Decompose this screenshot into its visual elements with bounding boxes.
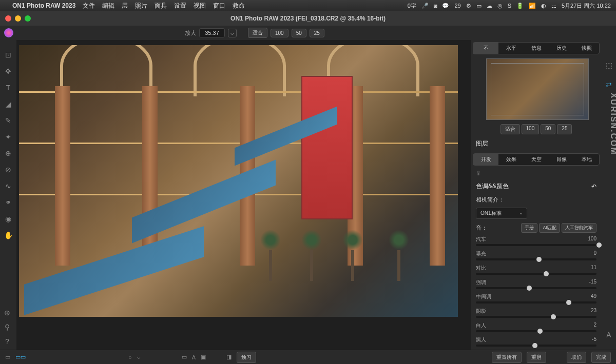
tab-effects[interactable]: 效果 xyxy=(498,154,524,165)
slider-thumb[interactable] xyxy=(536,257,542,262)
text-tool-icon[interactable]: T xyxy=(4,83,13,92)
date-time[interactable]: 5月27日 周六 10:22 xyxy=(562,2,611,10)
slider-thumb[interactable] xyxy=(532,343,537,348)
reset-all-button[interactable]: 重置所有 xyxy=(492,352,522,363)
share-icon[interactable]: ⚙ xyxy=(466,3,471,9)
menu-edit[interactable]: 编辑 xyxy=(102,2,114,10)
nav-100-button[interactable]: 100 xyxy=(522,124,540,134)
zoom-25-button[interactable]: 25 xyxy=(310,29,324,37)
navigator-thumbnail[interactable] xyxy=(486,58,589,120)
slider-thumb[interactable] xyxy=(537,329,543,334)
clone-tool-icon[interactable]: ⊕ xyxy=(4,149,13,158)
siri-icon[interactable]: ◐ xyxy=(541,3,546,9)
slider-thumb[interactable] xyxy=(596,242,602,248)
profile-select[interactable]: ON1标准⌵ xyxy=(476,208,527,219)
tab-develop[interactable]: 开发 xyxy=(473,154,498,165)
menu-mask[interactable]: 面具 xyxy=(155,2,167,10)
hand-tool-icon[interactable]: ✋ xyxy=(4,231,13,240)
tab-local[interactable]: 本地 xyxy=(574,154,599,165)
zoom-50-button[interactable]: 50 xyxy=(292,29,306,37)
a-icon[interactable]: A xyxy=(604,330,613,339)
tone-header[interactable]: 色调&&颜色 ↶ xyxy=(471,179,602,194)
help-icon[interactable]: ? xyxy=(3,337,12,346)
slider-track[interactable] xyxy=(476,330,596,332)
preview-button[interactable]: 预习 xyxy=(237,352,256,363)
slider-thumb[interactable] xyxy=(566,300,571,305)
menu-settings[interactable]: 设置 xyxy=(174,2,186,10)
ai-match-button[interactable]: AI匹配 xyxy=(539,223,560,233)
view3-icon[interactable]: ▣ xyxy=(201,354,206,360)
tab-portrait[interactable]: 肖像 xyxy=(549,154,574,165)
slider-track[interactable] xyxy=(476,345,596,347)
app-icon[interactable]: ◙ xyxy=(434,3,437,9)
nav-fit-button[interactable]: 适合 xyxy=(500,124,520,134)
wechat-icon[interactable]: 💬 xyxy=(442,3,449,9)
menu-help[interactable]: 救命 xyxy=(233,2,245,10)
nav-tab-none[interactable]: 不 xyxy=(473,43,498,54)
zoom-dropdown-icon[interactable]: ⌵ xyxy=(228,29,237,37)
menu-layer[interactable]: 层 xyxy=(122,2,128,10)
slider-thumb[interactable] xyxy=(551,314,556,319)
battery-icon[interactable]: 🔋 xyxy=(516,3,524,9)
close-button[interactable] xyxy=(5,15,11,22)
done-button[interactable]: 完成 xyxy=(591,352,611,363)
tab-sky[interactable]: 天空 xyxy=(524,154,549,165)
shutter-icon[interactable]: ◎ xyxy=(497,3,503,9)
view2-icon[interactable]: A xyxy=(192,354,196,360)
slider-track[interactable] xyxy=(476,287,596,289)
slider-thumb[interactable] xyxy=(527,286,532,291)
menu-window[interactable]: 窗口 xyxy=(213,2,225,10)
zoom-100-button[interactable]: 100 xyxy=(271,29,288,37)
menu-photo[interactable]: 照片 xyxy=(135,2,147,10)
dropdown-icon[interactable]: ⌵ xyxy=(137,354,141,360)
brush-tool-icon[interactable]: ✎ xyxy=(4,116,13,125)
tag-icon[interactable]: ⬚ xyxy=(604,60,613,70)
cancel-button[interactable]: 取消 xyxy=(567,352,586,363)
crop-tool-icon[interactable]: ⊡ xyxy=(4,50,13,59)
circle-icon[interactable]: ○ xyxy=(128,354,132,360)
maximize-button[interactable] xyxy=(25,15,31,22)
panel-icon[interactable]: ▭ xyxy=(5,354,10,360)
ai-auto-button[interactable]: 人工智能汽车 xyxy=(562,223,596,233)
export-icon[interactable]: ⇪ xyxy=(471,168,602,179)
minimize-button[interactable] xyxy=(15,15,21,22)
slider-track[interactable] xyxy=(476,301,596,304)
s-icon[interactable]: S xyxy=(508,3,511,9)
zoom-fit-button[interactable]: 适合 xyxy=(248,28,267,38)
menu-view[interactable]: 视图 xyxy=(194,2,206,10)
slider-track[interactable] xyxy=(476,316,596,318)
add-icon[interactable]: ⊕ xyxy=(3,308,12,317)
person-icon[interactable]: ⚲ xyxy=(3,322,12,332)
mic-icon[interactable]: 🎤 xyxy=(421,3,429,9)
mask-view-icon[interactable]: ◨ xyxy=(226,354,232,360)
nav-tab-snapshot[interactable]: 快照 xyxy=(574,43,599,54)
slider-track[interactable] xyxy=(476,244,596,246)
canvas-area[interactable] xyxy=(16,40,471,350)
wifi-icon[interactable]: 📶 xyxy=(529,3,536,9)
menu-app[interactable]: ON1 Photo RAW 2023 xyxy=(12,2,75,9)
cloud-icon[interactable]: ☁ xyxy=(487,3,492,9)
status-input[interactable]: 0字 xyxy=(408,2,416,10)
settings-icon[interactable]: ⇄ xyxy=(604,80,613,89)
reset-button[interactable]: 重启 xyxy=(527,352,546,363)
slider-thumb[interactable] xyxy=(544,271,549,276)
gradient-tool-icon[interactable]: ∿ xyxy=(4,181,13,191)
zoom-input[interactable] xyxy=(199,28,225,37)
slider-track[interactable] xyxy=(476,258,596,260)
compare-icon[interactable]: ▭▭ xyxy=(15,354,26,360)
fingerprint-tool-icon[interactable]: ◉ xyxy=(4,214,13,224)
link-tool-icon[interactable]: ⚭ xyxy=(4,198,13,207)
nav-tab-level[interactable]: 水平 xyxy=(498,43,524,54)
mask-tool-icon[interactable]: ⊘ xyxy=(4,165,13,174)
nav-tab-info[interactable]: 信息 xyxy=(524,43,549,54)
move-tool-icon[interactable]: ✥ xyxy=(4,67,13,76)
nav-25-button[interactable]: 25 xyxy=(557,124,572,134)
nav-50-button[interactable]: 50 xyxy=(541,124,555,134)
manual-button[interactable]: 手册 xyxy=(521,223,537,233)
view1-icon[interactable]: ▭ xyxy=(182,354,187,360)
adjust-tool-icon[interactable]: ◢ xyxy=(4,99,13,109)
heal-tool-icon[interactable]: ✦ xyxy=(4,132,13,141)
slider-track[interactable] xyxy=(476,273,596,275)
reset-icon[interactable]: ↶ xyxy=(591,183,596,190)
display-icon[interactable]: ▭ xyxy=(476,3,482,9)
